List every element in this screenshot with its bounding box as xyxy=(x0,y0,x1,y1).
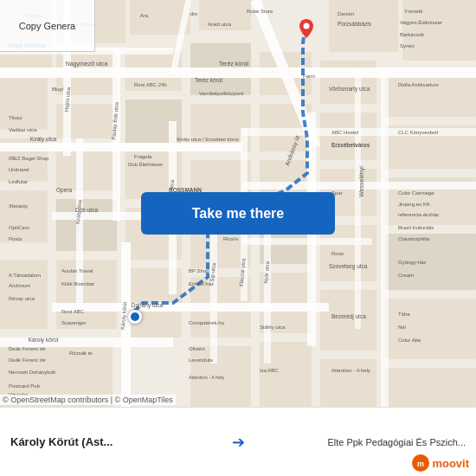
svg-text:Color Csemege: Color Csemege xyxy=(398,190,434,196)
svg-text:referencia-áruház: referencia-áruház xyxy=(398,212,439,217)
svg-text:Teréz körút: Teréz körút xyxy=(219,61,249,67)
svg-rect-45 xyxy=(385,368,476,407)
svg-text:Dohány utca: Dohány utca xyxy=(132,302,164,309)
moovit-text: moovit xyxy=(432,457,469,470)
svg-text:Unitravel: Unitravel xyxy=(9,167,29,172)
svg-text:Anubis Travel: Anubis Travel xyxy=(61,268,93,273)
svg-text:Szovetseg utca: Szovetseg utca xyxy=(329,263,368,270)
svg-text:Postcard Pub: Postcard Pub xyxy=(9,383,41,389)
svg-point-161 xyxy=(304,23,310,29)
origin-info: Károly Körút (Ast... xyxy=(10,435,223,448)
svg-text:Nemzeti Dohánybolt: Nemzeti Dohánybolt xyxy=(9,370,55,375)
svg-text:OptiCam: OptiCam xyxy=(9,225,29,230)
svg-text:dm: dm xyxy=(190,11,197,16)
main-container: Nagymező utca Teréz körút Király utca Ki… xyxy=(0,0,476,476)
svg-text:Deák Ferenc tér: Deák Ferenc tér xyxy=(9,346,46,351)
svg-text:Opera: Opera xyxy=(56,187,72,194)
svg-text:Ledfutar: Ledfutar xyxy=(9,179,28,184)
svg-text:Wesselényi: Wesselényi xyxy=(358,166,365,197)
svg-rect-10 xyxy=(0,260,48,329)
bottom-bar: Károly Körút (Ast... ➔ Elte Ppk Pedagógi… xyxy=(0,407,476,476)
svg-text:Erzsébetváros: Erzsébetváros xyxy=(331,142,370,148)
svg-text:Levendula: Levendula xyxy=(189,357,213,363)
svg-rect-9 xyxy=(0,190,48,242)
svg-text:Király utca: Király utca xyxy=(30,136,57,143)
svg-text:Fornetti: Fornetti xyxy=(405,9,422,14)
svg-text:Nagymező utca: Nagymező utca xyxy=(66,61,108,68)
svg-text:Attention - A hely: Attention - A hely xyxy=(331,368,370,373)
origin-marker xyxy=(128,310,142,324)
svg-text:Danom: Danom xyxy=(338,11,354,16)
svg-rect-38 xyxy=(320,290,376,351)
svg-rect-35 xyxy=(320,113,376,160)
svg-text:ABC Hostel: ABC Hostel xyxy=(331,130,358,135)
svg-text:Farm: Farm xyxy=(303,74,315,79)
svg-text:Stáhly utca: Stáhly utca xyxy=(260,325,286,330)
svg-text:Rózsák te.: Rózsák te. xyxy=(69,351,94,356)
svg-text:Varróképzőközpont: Varróképzőközpont xyxy=(199,91,244,96)
svg-text:Révay utca: Révay utca xyxy=(9,296,35,301)
svg-text:Teréz körút: Teréz körút xyxy=(195,77,222,83)
svg-text:CLC Könyvesbolt: CLC Könyvesbolt xyxy=(398,130,439,135)
svg-text:Vegyes Élelmiszer: Vegyes Élelmiszer xyxy=(400,20,442,25)
svg-text:Töha: Töha xyxy=(398,312,410,317)
svg-text:Computerek.hu: Computerek.hu xyxy=(189,320,224,325)
svg-text:Néi: Néi xyxy=(398,325,406,330)
svg-text:Ofotért: Ofotért xyxy=(189,346,205,351)
svg-text:Károly körút: Károly körút xyxy=(29,337,59,344)
svg-rect-7 xyxy=(0,78,48,130)
svg-rect-34 xyxy=(320,61,376,104)
svg-text:A Társadalom: A Társadalom xyxy=(9,273,41,278)
svg-text:Scavenger: Scavenger xyxy=(61,320,87,325)
svg-text:Aradi utca: Aradi utca xyxy=(208,22,232,27)
svg-text:Blup!: Blup! xyxy=(52,87,64,92)
osm-attribution: © OpenStreetMap contributors | © OpenMap… xyxy=(0,395,176,405)
svg-rect-67 xyxy=(355,69,361,329)
moovit-logo-icon: m xyxy=(411,453,430,473)
svg-text:Ara: Ara xyxy=(140,13,149,18)
origin-station-name: Károly Körút (Ast... xyxy=(10,435,223,448)
svg-text:Vörösmarty utca: Vörösmarty utca xyxy=(329,86,370,93)
svg-text:Deák Ferenc tér: Deák Ferenc tér xyxy=(9,357,46,363)
svg-text:Bezerédj utca: Bezerédj utca xyxy=(331,313,366,320)
svg-text:Roni ABC 24h: Roni ABC 24h xyxy=(134,82,167,87)
svg-text:Archívum: Archívum xyxy=(9,283,30,288)
svg-text:Jinjang.eu Kft: Jinjang.eu Kft xyxy=(398,202,430,207)
destination-info: Elte Ppk Pedagógiai És Pszich... xyxy=(254,437,466,447)
svg-text:IÑEZ Bagel Shop: IÑEZ Bagel Shop xyxy=(9,156,49,161)
svg-text:Color Abe: Color Abe xyxy=(398,338,421,343)
svg-rect-50 xyxy=(52,303,329,312)
svg-text:Fragola: Fragola xyxy=(134,154,152,159)
svg-text:Vadász utca: Vadász utca xyxy=(9,127,37,132)
svg-text:m: m xyxy=(417,460,424,468)
arrow-icon: ➔ xyxy=(232,433,245,452)
copy-genera-label: Copy Genera xyxy=(0,0,95,52)
svg-text:Diófa Antikvarlum: Diófa Antikvarlum xyxy=(398,82,439,87)
svg-text:Titusz: Titusz xyxy=(9,115,23,120)
svg-text:Király utca / Erzsébet körút: Király utca / Erzsébet körút xyxy=(177,137,239,142)
svg-text:Rose: Rose xyxy=(331,251,344,256)
svg-text:Roni ABC: Roni ABC xyxy=(61,309,85,314)
svg-text:Gyöngy-ház: Gyöngy-ház xyxy=(398,260,426,265)
svg-text:Posta: Posta xyxy=(9,236,23,241)
svg-text:Barkácsolt: Barkácsolt xyxy=(400,32,424,37)
svg-text:Synex: Synex xyxy=(400,43,415,48)
svg-text:Attention - A hely: Attention - A hely xyxy=(189,375,225,380)
svg-rect-48 xyxy=(0,143,242,151)
destination-station-name: Elte Ppk Pedagógiai És Pszich... xyxy=(327,437,466,447)
map-area: Nagymező utca Teréz körút Király utca Ki… xyxy=(0,0,476,407)
svg-text:Xbeauty: Xbeauty xyxy=(9,203,28,209)
svg-text:Cream: Cream xyxy=(398,273,414,278)
svg-text:Erőmű ház: Erőmű ház xyxy=(189,281,214,286)
svg-rect-46 xyxy=(0,68,476,78)
svg-text:Klikk Bistrobar: Klikk Bistrobar xyxy=(61,281,94,286)
svg-text:Iza ABC: Iza ABC xyxy=(260,368,279,373)
svg-text:Porzsábbázls: Porzsábbázls xyxy=(338,21,372,27)
svg-text:Claustrophilia: Claustrophilia xyxy=(398,236,430,241)
destination-marker xyxy=(299,19,313,38)
svg-rect-39 xyxy=(320,359,376,407)
take-me-there-button[interactable]: Take me there xyxy=(141,192,335,235)
svg-text:BP Shop: BP Shop xyxy=(189,268,209,273)
svg-rect-64 xyxy=(381,69,389,407)
svg-text:Brazil Kulturális: Brazil Kulturális xyxy=(398,225,434,230)
